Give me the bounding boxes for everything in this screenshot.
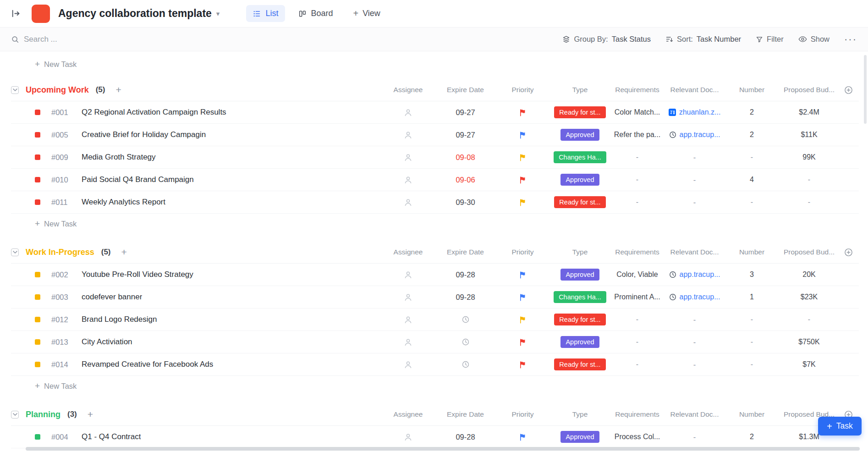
assignee-cell[interactable] [379,108,437,117]
budget-cell[interactable]: $23K [780,293,838,301]
budget-cell[interactable]: $7K [780,360,838,369]
expire-date-cell[interactable] [437,338,494,346]
number-cell[interactable]: 1 [723,293,780,301]
task-title[interactable]: City Activiation [82,337,132,347]
budget-cell[interactable]: $750K [780,338,838,346]
relevant-doc-cell[interactable]: app.tracup... - [666,270,723,279]
group-title[interactable]: Work In-Progress [26,248,94,257]
priority-cell[interactable] [494,109,551,116]
number-cell[interactable]: - [723,338,780,346]
assignee-cell[interactable] [379,293,437,302]
budget-cell[interactable]: $11K [780,131,838,139]
type-cell[interactable]: Approved [551,174,609,186]
tab-board[interactable]: Board [291,5,340,22]
task-title[interactable]: Weekly Analytics Report [82,198,165,207]
task-title[interactable]: Q2 Regional Activation Campaign Results [82,108,226,117]
requirements-cell[interactable]: Color Match... [609,108,666,116]
number-cell[interactable]: 2 [723,433,780,441]
table-row[interactable]: #003 codefever banner 09-28 Changes Ha..… [11,286,859,309]
search-box[interactable] [11,35,161,44]
workspace-logo[interactable] [32,5,50,23]
expire-date-cell[interactable] [437,360,494,369]
more-button[interactable]: ··· [844,37,857,42]
type-cell[interactable]: Approved [551,336,609,348]
task-title[interactable]: Creative Brief for Holiday Campagin [82,130,206,139]
table-row[interactable]: #002 Youtube Pre-Roll Video Strategy 09-… [11,264,859,286]
relevant-doc-cell[interactable]: zhuanlan.z... - [666,108,723,116]
requirements-cell[interactable]: - [609,176,666,184]
number-cell[interactable]: 2 [723,131,780,139]
requirements-cell[interactable]: Process Col... [609,433,666,441]
type-cell[interactable]: Ready for st... [551,358,609,370]
type-cell[interactable]: Ready for st... [551,314,609,325]
collapse-group-button[interactable] [11,248,19,256]
relevant-doc-cell[interactable]: - [666,338,723,347]
table-row[interactable]: #011 Weekly Analytics Report 09-30 Ready… [11,191,859,214]
table-row[interactable]: #001 Q2 Regional Activation Campaign Res… [11,101,859,124]
new-task-button[interactable]: + New Task [11,214,859,234]
number-cell[interactable]: - [723,315,780,324]
number-cell[interactable]: 2 [723,108,780,116]
budget-cell[interactable]: 99K [780,153,838,161]
requirements-cell[interactable]: - [609,198,666,206]
assignee-cell[interactable] [379,131,437,139]
expire-date-cell[interactable]: 09-28 [437,293,494,302]
group-title[interactable]: Planning [26,410,60,419]
priority-cell[interactable] [494,198,551,206]
relevant-doc-cell[interactable]: - [666,176,723,184]
add-task-to-group-button[interactable]: + [121,247,127,258]
requirements-cell[interactable]: - [609,338,666,346]
number-cell[interactable]: - [723,198,780,206]
assignee-cell[interactable] [379,198,437,207]
assignee-cell[interactable] [379,176,437,184]
requirements-cell[interactable]: Prominent A... [609,293,666,301]
budget-cell[interactable]: - [780,176,838,184]
task-title[interactable]: Media Groth Strategy [82,153,156,162]
collapse-group-button[interactable] [11,411,19,419]
priority-cell[interactable] [494,433,551,441]
expire-date-cell[interactable]: 09-27 [437,131,494,139]
type-cell[interactable]: Approved [551,269,609,281]
sort-control[interactable]: Sort: Task Number [665,35,741,44]
type-cell[interactable]: Approved [551,129,609,141]
doc-link[interactable]: app.tracup... [669,293,720,301]
requirements-cell[interactable]: Color, Viable [609,270,666,279]
number-cell[interactable]: 3 [723,270,780,279]
add-task-to-group-button[interactable]: + [115,84,121,95]
table-row[interactable]: #005 Creative Brief for Holiday Campagin… [11,124,859,146]
doc-link[interactable]: app.tracup... [669,270,720,279]
expire-date-cell[interactable]: 09-06 [437,176,494,184]
relevant-doc-cell[interactable]: app.tracup... - [666,131,723,139]
table-row[interactable]: #010 Paid Social Q4 Brand Campaign 09-06… [11,169,859,191]
priority-cell[interactable] [494,154,551,161]
collapse-group-button[interactable] [11,86,19,94]
expire-date-cell[interactable]: 09-27 [437,108,494,117]
table-row[interactable]: #014 Revamped Creative for Facebook Ads … [11,353,859,376]
type-cell[interactable]: Changes Ha... [551,291,609,303]
task-title[interactable]: Revamped Creative for Facebook Ads [82,360,213,369]
budget-cell[interactable]: $2.4M [780,108,838,116]
task-title[interactable]: Q1 - Q4 Contract [82,432,141,441]
expire-date-cell[interactable]: 09-30 [437,198,494,207]
table-row[interactable]: #004 Q1 - Q4 Contract 09-28 Approved Pro… [11,426,859,448]
priority-cell[interactable] [494,338,551,346]
budget-cell[interactable]: - [780,315,838,324]
page-title[interactable]: Agency collaboration template ▾ [58,7,220,20]
type-cell[interactable]: Ready for st... [551,196,609,208]
relevant-doc-cell[interactable]: - [666,153,723,162]
expire-date-cell[interactable]: 09-28 [437,270,494,279]
add-column-button[interactable] [838,86,859,94]
type-cell[interactable]: Changes Ha... [551,151,609,163]
number-cell[interactable]: 4 [723,176,780,184]
task-title[interactable]: Brand Logo Redesign [82,315,157,324]
expire-date-cell[interactable]: 09-08 [437,153,494,162]
type-cell[interactable]: Ready for st... [551,106,609,118]
new-task-button-top[interactable]: + New Task [11,54,859,74]
type-cell[interactable]: Approved [551,431,609,443]
budget-cell[interactable]: - [780,198,838,206]
doc-link[interactable]: zhuanlan.z... [669,108,721,116]
table-row[interactable]: #012 Brand Logo Redesign Ready for st...… [11,309,859,331]
doc-link[interactable]: app.tracup... [669,131,720,139]
assignee-cell[interactable] [379,315,437,324]
task-title[interactable]: Paid Social Q4 Brand Campaign [82,175,194,184]
